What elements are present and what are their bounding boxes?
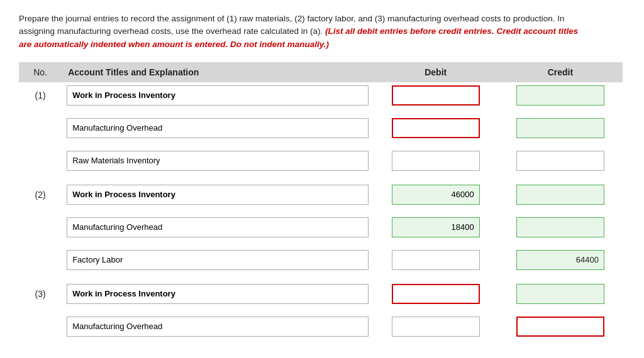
credit-input[interactable]	[516, 284, 604, 304]
debit-input[interactable]	[392, 185, 480, 205]
debit-input[interactable]	[392, 118, 480, 138]
account-title-input[interactable]	[67, 317, 368, 337]
account-title-input[interactable]	[67, 185, 368, 205]
account-title-input[interactable]	[67, 250, 368, 270]
credit-input[interactable]	[516, 151, 604, 171]
debit-input[interactable]	[392, 217, 480, 237]
account-title-input[interactable]	[67, 284, 368, 304]
account-title-input[interactable]	[67, 217, 368, 237]
debit-input[interactable]	[392, 317, 480, 337]
debit-input[interactable]	[392, 151, 480, 171]
table-row	[19, 115, 623, 141]
credit-input[interactable]	[516, 317, 604, 337]
account-title-input[interactable]	[67, 118, 368, 138]
section-number: (2)	[19, 182, 62, 208]
credit-input[interactable]	[516, 118, 604, 138]
credit-input[interactable]	[516, 85, 604, 106]
credit-input[interactable]	[516, 185, 604, 205]
table-row: (2)	[19, 182, 623, 208]
journal-entries-table: No. Account Titles and Explanation Debit…	[19, 62, 623, 340]
table-row: (3)	[19, 281, 623, 307]
credit-input[interactable]	[516, 250, 604, 270]
col-header-no: No.	[19, 62, 62, 82]
account-title-input[interactable]	[67, 85, 368, 106]
debit-input[interactable]	[392, 284, 480, 304]
col-header-account: Account Titles and Explanation	[62, 62, 373, 82]
section-number: (3)	[19, 281, 62, 307]
credit-input[interactable]	[516, 217, 604, 237]
debit-input[interactable]	[392, 85, 480, 106]
section-number: (1)	[19, 82, 62, 109]
account-title-input[interactable]	[67, 151, 368, 171]
debit-input[interactable]	[392, 250, 480, 270]
table-row	[19, 247, 623, 273]
table-row	[19, 148, 623, 174]
table-row: (1)	[19, 82, 623, 109]
table-row	[19, 313, 623, 340]
table-row	[19, 214, 623, 241]
col-header-credit: Credit	[498, 62, 623, 82]
col-header-debit: Debit	[374, 62, 498, 82]
instructions-text: Prepare the journal entries to record th…	[19, 13, 585, 51]
